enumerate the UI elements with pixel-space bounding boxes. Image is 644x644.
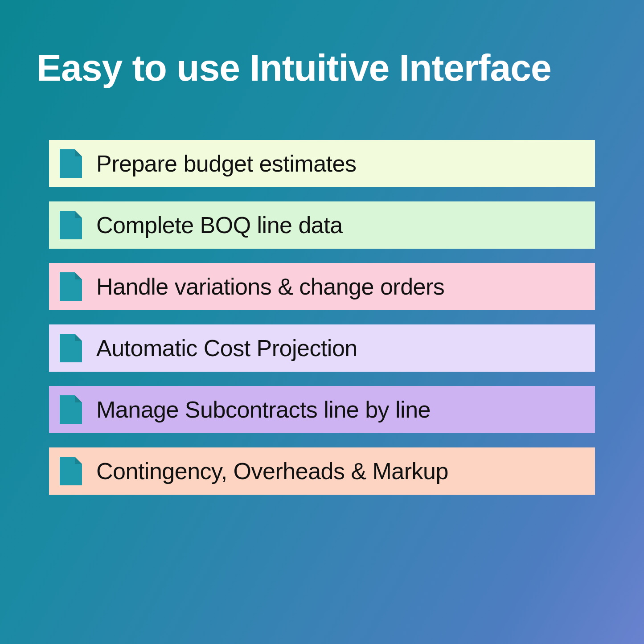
feature-item: Handle variations & change orders: [49, 263, 595, 310]
feature-label: Complete BOQ line data: [96, 212, 343, 238]
feature-item: Manage Subcontracts line by line: [49, 386, 595, 433]
feature-label: Automatic Cost Projection: [96, 335, 357, 361]
document-icon: [60, 334, 82, 362]
document-icon: [60, 211, 82, 239]
feature-item: Complete BOQ line data: [49, 201, 595, 249]
feature-label: Handle variations & change orders: [96, 273, 444, 300]
feature-label: Prepare budget estimates: [96, 150, 356, 177]
feature-item: Contingency, Overheads & Markup: [49, 447, 595, 495]
feature-item: Automatic Cost Projection: [49, 324, 595, 372]
page-title: Easy to use Intuitive Interface: [37, 48, 607, 87]
feature-list: Prepare budget estimates Complete BOQ li…: [37, 140, 607, 495]
feature-item: Prepare budget estimates: [49, 140, 595, 187]
feature-label: Manage Subcontracts line by line: [96, 396, 431, 423]
document-icon: [60, 272, 82, 301]
document-icon: [60, 149, 82, 178]
document-icon: [60, 395, 82, 424]
feature-label: Contingency, Overheads & Markup: [96, 458, 448, 484]
document-icon: [60, 457, 82, 485]
